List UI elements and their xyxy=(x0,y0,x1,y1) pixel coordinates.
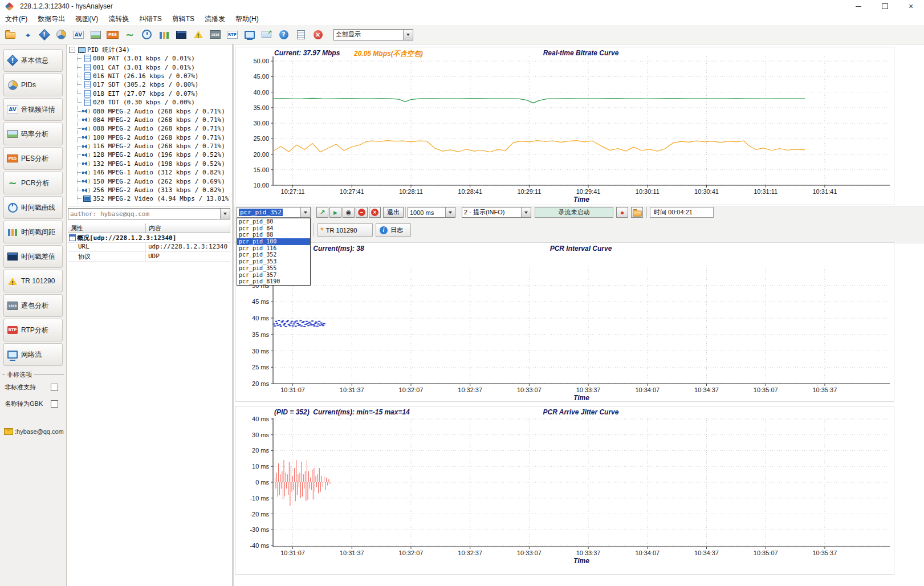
refresh-interval-select[interactable]: 1000 ms xyxy=(408,207,455,218)
column-header-content[interactable]: 内容 xyxy=(146,223,230,233)
tree-item[interactable]: 256 MPEG-2 Audio (313 kbps / 0.82%) xyxy=(78,186,230,194)
menu-item-data-export[interactable]: 数据导出 xyxy=(32,13,70,25)
pes-button[interactable] xyxy=(105,27,120,42)
pcr-pid-option[interactable]: pcr_pid_116 xyxy=(237,245,310,252)
checkbox-gbk-names[interactable] xyxy=(51,400,58,408)
tree-root-pid-stats[interactable]: PID 统计(34) xyxy=(68,46,230,54)
sidebar-item-bitrate-analysis[interactable]: 码率分析 xyxy=(3,123,63,145)
stop-button[interactable] xyxy=(310,27,325,42)
contact-email[interactable]: :hybase@qq.com xyxy=(2,425,64,438)
pcr-pid-option[interactable]: pcr_pid_88 xyxy=(237,231,310,238)
menu-item-stream-play[interactable]: 流播发 xyxy=(200,13,230,25)
sidebar-item-network-flow[interactable]: 网络流 xyxy=(3,343,63,366)
separator xyxy=(314,223,314,237)
checkbox-nonstandard-support[interactable] xyxy=(51,384,58,391)
minimize-button[interactable] xyxy=(845,0,872,13)
menu-item-file[interactable]: 文件(F) xyxy=(0,13,32,25)
log-level-select[interactable]: 2 - 提示(INFO) xyxy=(462,207,531,218)
tree-item[interactable]: 000 PAT (3.01 kbps / 0.01%) xyxy=(78,54,230,63)
record-marker-button[interactable]: ◉ xyxy=(343,207,355,218)
sidebar-item-tr101290[interactable]: TR 101290 xyxy=(3,270,63,292)
timestamp-diff-button[interactable] xyxy=(173,27,189,42)
av-details-button[interactable] xyxy=(71,27,86,42)
network-flow-button[interactable] xyxy=(242,27,257,42)
tr101290-button[interactable] xyxy=(190,27,206,42)
tree-item[interactable]: 020 TDT (0.30 kbps / 0.00%) xyxy=(78,98,230,107)
sidebar-item-timestamp-diff[interactable]: 时间戳差值 xyxy=(3,245,63,268)
basic-info-button[interactable] xyxy=(36,27,52,42)
start-button[interactable]: ▶ xyxy=(329,207,341,218)
log-button[interactable]: i 日志 xyxy=(376,223,411,237)
sidebar-item-timestamp-curve[interactable]: 时间戳曲线 xyxy=(3,196,63,219)
pids-button[interactable] xyxy=(54,27,69,42)
menu-item-help[interactable]: 帮助(H) xyxy=(230,13,264,25)
svg-text:45.00: 45.00 xyxy=(253,73,269,80)
sidebar-item-pes-analysis[interactable]: PES分析 xyxy=(3,147,63,170)
sidebar-item-av-details[interactable]: 音视频详情 xyxy=(3,98,63,121)
tree-item[interactable]: 352 MPEG-2 Video (4.94 Mbps / 13.01%) xyxy=(78,194,230,203)
author-combobox[interactable]: author: hybase@qq.com xyxy=(68,208,230,219)
record-stream-button[interactable]: ● xyxy=(616,207,628,218)
open-record-folder-button[interactable] xyxy=(631,207,643,218)
sidebar-item-pcr-analysis[interactable]: PCR分析 xyxy=(3,172,63,194)
timestamp-curve-button[interactable] xyxy=(139,27,154,42)
exit-button[interactable]: 退出 xyxy=(383,207,404,218)
maximize-button[interactable] xyxy=(872,0,898,13)
tree-item[interactable]: 017 SDT (305.2 kbps / 0.80%) xyxy=(78,80,230,89)
network-export-button[interactable] xyxy=(19,27,35,42)
pcr-pid-option[interactable]: pcr_pid_100 xyxy=(237,238,310,245)
menu-item-view[interactable]: 视图(V) xyxy=(70,13,103,25)
column-header-attribute[interactable]: 属性 xyxy=(68,223,146,233)
tr101290-button[interactable]: * TR 101290 xyxy=(318,223,373,237)
sidebar-item-rtp-analysis[interactable]: RTP分析 xyxy=(3,319,63,341)
pcr-pid-select[interactable]: pcr_pid_352 xyxy=(237,207,311,218)
pcr-button[interactable] xyxy=(122,27,137,42)
sidebar-item-pids[interactable]: PIDs xyxy=(3,74,63,96)
open-stream-button[interactable] xyxy=(2,27,18,42)
pcr-pid-option[interactable]: pcr_pid_355 xyxy=(237,265,310,272)
tree-item[interactable]: 132 MPEG-1 Audio (198 kbps / 0.52%) xyxy=(78,160,230,168)
tree-item[interactable]: 084 MPEG-2 Audio (268 kbps / 0.71%) xyxy=(78,116,230,124)
tree-item[interactable]: 128 MPEG-2 Audio (196 kbps / 0.52%) xyxy=(78,150,230,159)
tree-item[interactable]: 116 MPEG-2 Audio (268 kbps / 0.71%) xyxy=(78,142,230,150)
media-chart-button[interactable] xyxy=(88,27,103,42)
remove-button[interactable]: − xyxy=(356,207,368,218)
tree-item[interactable]: 146 MPEG-1 Audio (312 kbps / 0.82%) xyxy=(78,168,230,177)
property-group-row[interactable]: 概况[udp://228.1.2.3:12340] xyxy=(68,233,230,243)
pcr-pid-option[interactable]: pcr_pid_352 xyxy=(237,251,310,258)
pcr-icon xyxy=(5,176,20,190)
tree-item[interactable]: 018 EIT (27.07 kbps / 0.07%) xyxy=(78,89,230,98)
tree-item[interactable]: 001 CAT (3.01 kbps / 0.01%) xyxy=(78,63,230,71)
tree-item[interactable]: 100 MPEG-2 Audio (268 kbps / 0.71%) xyxy=(78,133,230,142)
sidebar-item-label: 时间戳差值 xyxy=(21,252,55,262)
network-flow-icon xyxy=(5,347,20,362)
menu-item-clip-ts[interactable]: 剪辑TS xyxy=(167,13,200,25)
export-graph-button[interactable]: ↗ xyxy=(316,207,328,218)
pcr-pid-option[interactable]: pcr_pid_80 xyxy=(237,218,310,225)
packet-analysis-button[interactable] xyxy=(207,27,223,42)
display-filter-select[interactable]: 全部显示 xyxy=(333,29,413,40)
close-button[interactable]: × xyxy=(898,0,924,13)
pcr-pid-option[interactable]: pcr_pid_353 xyxy=(237,258,310,265)
pcr-pid-option[interactable]: pcr_pid_357 xyxy=(237,272,310,279)
timestamp-gap-button[interactable] xyxy=(156,27,172,42)
tree-expander[interactable] xyxy=(69,47,75,53)
pcr-pid-option[interactable]: pcr_pid_8190 xyxy=(237,278,310,285)
help-button[interactable] xyxy=(276,27,291,42)
sidebar-item-timestamp-gap[interactable]: 时间戳间距 xyxy=(3,221,63,243)
stop-button[interactable]: × xyxy=(369,207,381,218)
snapshot-button[interactable] xyxy=(259,27,274,42)
tree-item[interactable]: 088 MPEG-2 Audio (268 kbps / 0.71%) xyxy=(78,124,230,133)
pcr-pid-option[interactable]: pcr_pid_84 xyxy=(237,225,310,232)
tree-item[interactable]: 150 MPEG-2 Audio (262 kbps / 0.69%) xyxy=(78,177,230,185)
tree-item[interactable]: 080 MPEG-2 Audio (268 kbps / 0.71%) xyxy=(78,107,230,115)
app-logo-icon xyxy=(3,0,15,13)
sidebar-item-basic-info[interactable]: 基本信息 xyxy=(3,49,63,72)
rtp-button[interactable] xyxy=(225,27,240,42)
sidebar-item-packet-analysis[interactable]: 逐包分析 xyxy=(3,294,63,317)
menu-item-stream-convert[interactable]: 流转换 xyxy=(103,13,134,25)
menu-item-fix-ts[interactable]: 纠错TS xyxy=(134,13,166,25)
log-button[interactable] xyxy=(293,27,308,42)
timestamp-curve-icon xyxy=(5,200,20,215)
tree-item[interactable]: 016 NIT (26.16 kbps / 0.07%) xyxy=(78,72,230,80)
